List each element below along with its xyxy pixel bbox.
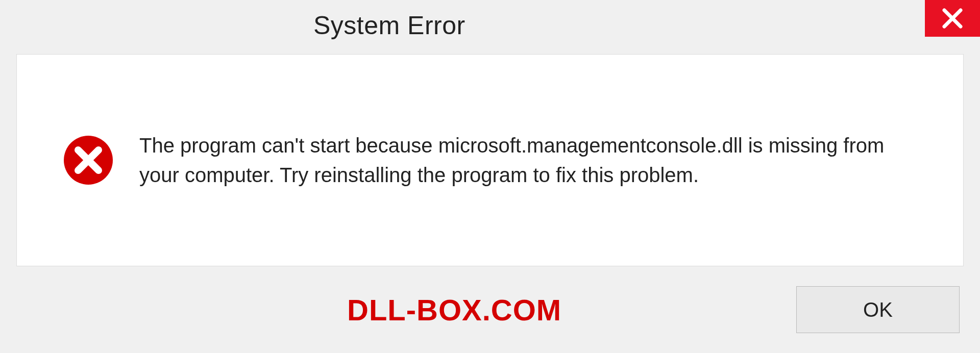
- dialog-footer: DLL-BOX.COM OK: [0, 266, 980, 353]
- content-panel: The program can't start because microsof…: [16, 54, 964, 266]
- close-button[interactable]: [925, 0, 980, 37]
- close-icon: [941, 7, 964, 30]
- error-icon: [63, 135, 114, 186]
- error-message: The program can't start because microsof…: [139, 131, 927, 190]
- system-error-dialog: System Error The program can't start bec…: [0, 0, 980, 353]
- dialog-title: System Error: [313, 11, 465, 40]
- ok-button[interactable]: OK: [796, 286, 960, 333]
- titlebar: System Error: [0, 0, 980, 51]
- watermark-text: DLL-BOX.COM: [347, 293, 561, 327]
